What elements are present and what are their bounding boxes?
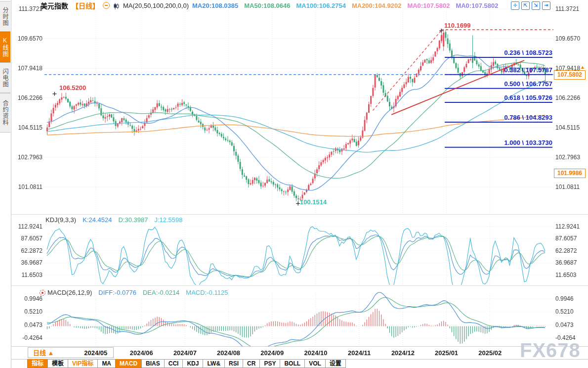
fib-level-label: 0.618 \ 105.9726 [504,94,552,101]
price-axis-label-left: 102.7963 [11,154,42,161]
sidebar-item-3[interactable]: 闪电图 [0,62,10,93]
ma-formula: MA(20,50,100,200,0,0) [123,2,189,9]
fib-level-label: 0.786 \ 104.8293 [504,114,552,121]
tab-设置[interactable]: 设置 [325,359,346,368]
kdj-axis-label-right: 11.6503 [555,272,577,278]
sidebar-item-2[interactable]: K线图 [0,32,10,62]
tab-MA[interactable]: MA [97,359,116,368]
ma-legend-item-2: MA50:108.0646 [244,2,290,9]
tab-VIP指标[interactable]: VIP指标 [68,359,98,368]
ma-legend-item-1: MA20:108.0385 [192,2,238,9]
macd-axis-label-right: -0.4264 [555,334,576,341]
kdj-title: KDJ(9,3,3) [45,216,76,224]
date-label: 2024/05 [79,349,113,357]
kline-chart-app: 分时图K线图闪电图合约资料 美元指数 【日线】 MA(20,50,100,200… [0,0,588,368]
kdj-d-value: D:30.3987 [118,216,148,224]
symbol-title: 美元指数 [41,0,68,10]
secondary-price-marker: 101.9986 [554,169,586,178]
fib-level-label: 0.500 \ 106.7757 [504,80,552,88]
watermark: FX678 [520,339,581,362]
tab-PSY[interactable]: PSY [259,359,280,368]
indicator-tabs: 指标模板VIP指标MAMACDBIASCCIKDJLW&RSICRPSYBOLL… [28,359,346,368]
price-axis-label-left: 109.6570 [11,35,42,42]
main-chart-canvas[interactable] [0,0,588,368]
macd-axis-label-right: 0.5210 [555,308,574,315]
kdj-axis-label-left: 62.2872 [11,247,42,254]
macd-diff-value: DIFF:-0.0776 [98,289,136,296]
swing-high-label: 110.1699 [444,22,471,29]
price-axis-label-left: 104.5115 [11,124,42,131]
price-axis-label-right: 101.0811 [555,184,580,190]
tab-LW&[interactable]: LW& [203,359,225,368]
kdj-axis-label-right: 36.9687 [555,259,577,266]
price-axis-label-right: 106.2266 [555,94,580,101]
date-label: 2024/09 [255,349,290,357]
current-price-marker: 107.5802 [554,70,586,80]
date-label: 2024/12 [385,349,420,357]
fib-level-label: 0.236 \ 108.5723 [504,49,552,56]
sidebar-item-4[interactable]: 合约资料 [0,93,10,133]
tab-BIAS[interactable]: BIAS [141,359,165,368]
ma-legend-item-4: MA200:104.9202 [352,2,401,9]
tab-指标[interactable]: 指标 [27,359,48,368]
macd-axis-label-left: -0.4264 [11,334,42,341]
macd-axis-label-right: 0.9946 [555,295,574,302]
kdj-axis-label-left: 36.9687 [11,259,42,266]
scale-left-axis-icon[interactable]: ⇱ [521,1,530,10]
date-label: 2024/07 [168,349,202,357]
sidebar-item-1[interactable]: 分时图 [0,1,10,32]
macd-axis-label-left: 0.9946 [11,295,42,302]
price-axis-label-left: 101.0811 [11,184,42,190]
tab-RSI[interactable]: RSI [224,359,243,368]
ma-legend-item-6: MA0:107.5802 [456,2,498,9]
date-label: 2025/01 [429,349,464,357]
chart-header: 美元指数 【日线】 MA(20,50,100,200,0,0) MA20:108… [41,1,498,10]
pan-icon[interactable]: ✛ [511,1,519,10]
kdj-axis-label-right: 62.2872 [555,247,577,254]
kdj-axis-label-right: 87.6057 [555,235,577,242]
macd-axis-label-left: 0.0473 [11,322,42,328]
price-axis-label-right: 111.3721 [555,5,579,12]
date-label: 2024/10 [298,349,333,357]
collapse-icon[interactable] [103,2,110,9]
tab-CCI[interactable]: CCI [164,359,183,368]
price-axis-label-left: 107.9418 [11,65,42,72]
date-label: 2024/08 [211,349,246,357]
date-label: 2025/02 [473,349,507,357]
price-up-arrow-icon: ▲ [580,64,585,70]
kline-icon [113,2,120,9]
ma-legend: MA20:108.0385MA50:108.0646MA100:106.2754… [192,2,498,9]
ma-legend-item-5: MA0:107.5802 [407,2,450,9]
date-label: 2024/06 [124,349,159,357]
price-axis-label-right: 109.6570 [555,35,580,42]
macd-axis-label-right: 0.0473 [555,322,574,328]
chart-toolbar: ✛⇱⇲⇥ [511,1,550,10]
kdj-k-value: K:24.4524 [83,216,112,224]
swing-low-label: 100.1514 [300,198,327,206]
price-axis-label-right: 104.5115 [555,124,580,131]
left-sidebar: 分时图K线图闪电图合约资料 [0,0,11,368]
tab-KDJ[interactable]: KDJ [182,359,203,368]
tab-模板[interactable]: 模板 [47,359,68,368]
tab-CR[interactable]: CR [243,359,260,368]
kdj-axis-label-left: 112.9241 [11,223,42,230]
kdj-j-value: J:12.5598 [154,216,182,224]
tab-VOL[interactable]: VOL [304,359,326,368]
macd-dea-value: DEA:-0.0214 [143,289,179,296]
macd-header: MACD(26,12,9) DIFF:-0.0776 DEA:-0.0214 M… [47,289,228,296]
price-axis-label-left: 111.3721 [11,5,42,12]
kdj-axis-label-right: 112.9241 [555,223,580,230]
macd-macd-value: MACD:-0.1125 [186,289,228,296]
kdj-axis-label-left: 87.6057 [11,235,42,242]
price-axis-label-right: 102.7963 [555,154,580,161]
fib-level-label: 0.382 \ 107.5787 [504,66,552,74]
scale-right-axis-icon[interactable]: ⇲ [532,1,540,10]
macd-title: MACD(26,12,9) [47,289,92,296]
period-tag: 【日线】 [72,0,99,10]
fib-level-label: 1.000 \ 103.3730 [504,139,552,146]
tab-BOLL[interactable]: BOLL [280,359,305,368]
price-axis-label-left: 106.2266 [11,94,42,101]
restore-icon[interactable]: ⇥ [542,1,550,10]
tab-MACD[interactable]: MACD [115,359,142,368]
kdj-axis-label-left: 11.6503 [11,272,42,278]
